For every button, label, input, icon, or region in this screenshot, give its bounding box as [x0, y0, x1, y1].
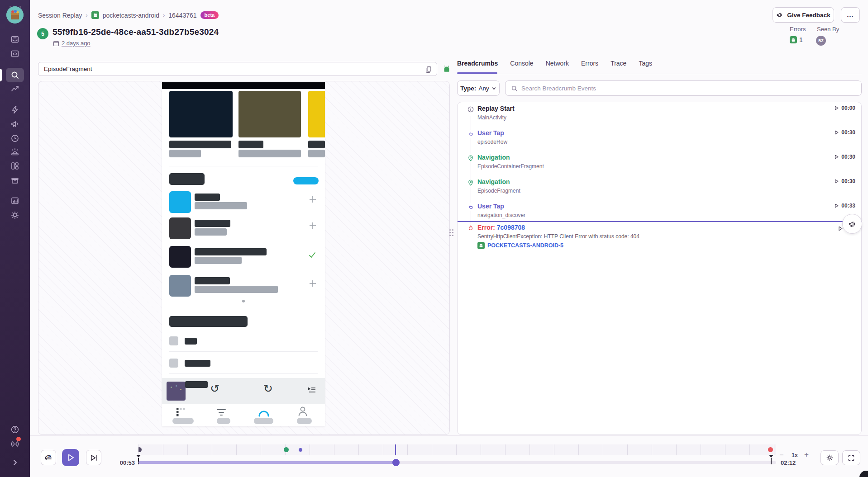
event-jump-button[interactable]: 00:00 [834, 105, 855, 111]
skeleton-bar [185, 360, 210, 367]
event-subtitle: MainActivity [477, 114, 506, 121]
sidebar-item-stats[interactable] [10, 196, 19, 205]
replay-viewport: ↺ ↻ [38, 81, 450, 435]
timeline-zoom-out-button[interactable]: − [779, 451, 784, 460]
breadcrumb-events-list: Replay Start MainActivity 00:00 User Tap… [457, 102, 862, 435]
event-time: 00:33 [841, 203, 855, 209]
event-jump-button[interactable]: 00:30 [834, 154, 855, 160]
chevron-down-icon [491, 86, 496, 91]
skeleton-card [169, 91, 233, 137]
breadcrumb-session-replay[interactable]: Session Replay [38, 12, 82, 19]
filters-tab-icon [216, 409, 226, 417]
type-filter-value: Any [478, 85, 489, 92]
phone-status-bar [162, 82, 325, 89]
sidebar-item-insights[interactable] [10, 105, 19, 114]
mini-player: ↺ ↻ [162, 378, 325, 404]
event-row-navigation[interactable]: Navigation EpisodeFragment 00:30 [458, 177, 862, 201]
fullscreen-button[interactable] [842, 450, 860, 465]
error-description: SentryHttpClientException: HTTP Client E… [477, 233, 639, 240]
event-jump-button[interactable]: 00:33 [834, 203, 855, 209]
help-icon[interactable] [10, 425, 19, 434]
playback-speed-label: 1x [792, 452, 798, 458]
errors-count[interactable]: 1 [790, 36, 803, 43]
event-row-user-tap[interactable]: User Tap episodeRow 00:30 [458, 128, 862, 152]
album-art [167, 382, 186, 401]
org-avatar[interactable] [6, 6, 24, 24]
event-subtitle: episodeRow [477, 139, 507, 145]
sidebar-item-settings[interactable] [10, 211, 19, 220]
skip-to-end-button[interactable] [86, 450, 101, 465]
location-pin-icon [467, 179, 475, 187]
skeleton-bar [185, 338, 197, 345]
sidebar-item-releases[interactable] [10, 175, 19, 184]
type-filter-label: Type: [460, 85, 476, 92]
event-row-error[interactable]: Error: 7c098708 SentryHttpClientExceptio… [458, 222, 862, 264]
divider [169, 351, 318, 352]
profile-tab-icon [298, 406, 308, 417]
skeleton-card [238, 91, 301, 137]
seek-handle[interactable] [392, 459, 400, 466]
replay-timestamp: 2 days ago [53, 40, 91, 47]
timeline-zoom-in-button[interactable]: + [804, 450, 809, 459]
skeleton-thumb [169, 191, 191, 213]
event-subtitle: navigation_discover [477, 212, 525, 218]
sidebar-expand-chevron[interactable] [10, 458, 19, 467]
seek-end-marker-tick [771, 458, 772, 464]
sidebar-item-projects[interactable] [10, 49, 19, 58]
replay-search-input[interactable] [38, 62, 437, 76]
player-settings-button[interactable] [820, 450, 839, 465]
seen-by-label: Seen By [817, 26, 839, 33]
sidebar-item-issues[interactable] [10, 35, 19, 44]
timestamp-text: 2 days ago [62, 40, 91, 47]
timeline-ruler[interactable] [138, 444, 776, 455]
issue-link[interactable]: POCKETCASTS-ANDROID-5 [477, 242, 563, 249]
feedback-fab-button[interactable] [842, 214, 862, 234]
event-title: Error: [477, 224, 495, 231]
skeleton-bar [195, 220, 230, 227]
skeleton-bar [195, 257, 242, 264]
app-root: Session Replay › pocketcasts-android › 1… [0, 0, 868, 477]
skeleton-bar [308, 150, 325, 157]
sidebar-item-replays[interactable] [10, 134, 19, 143]
check-icon [308, 250, 317, 260]
event-row-replay-start[interactable]: Replay Start MainActivity 00:00 [458, 104, 862, 128]
tab-tags[interactable]: Tags [639, 60, 652, 73]
give-feedback-button[interactable]: Give Feedback [773, 7, 834, 23]
tab-console[interactable]: Console [510, 60, 533, 73]
seek-bar[interactable] [138, 461, 776, 464]
breadcrumb-project[interactable]: pocketcasts-android [103, 12, 159, 19]
event-row-navigation[interactable]: Navigation EpisodeContainerFragment 00:3… [458, 152, 862, 177]
tab-errors[interactable]: Errors [581, 60, 598, 73]
copy-icon[interactable] [424, 66, 433, 74]
skeleton-bar [195, 277, 230, 284]
skeleton-bar [195, 248, 267, 255]
skeleton-bar [185, 381, 208, 388]
event-subtitle: EpisodeFragment [477, 188, 520, 194]
play-button[interactable] [62, 449, 79, 466]
error-id-link[interactable]: 7c098708 [497, 224, 525, 231]
rewind-10s-button[interactable]: 10 [41, 450, 56, 465]
sidebar-item-dashboards[interactable] [10, 161, 19, 170]
sidebar-item-explore[interactable] [10, 71, 19, 80]
skeleton-button [293, 177, 319, 184]
tab-breadcrumbs[interactable]: Breadcrumbs [457, 60, 498, 73]
seen-by-avatar: RZ [816, 36, 826, 46]
search-icon [511, 85, 518, 92]
tap-icon [467, 203, 475, 211]
sidebar-item-feedback[interactable] [10, 119, 19, 128]
event-title: User Tap [477, 129, 504, 137]
type-filter-dropdown[interactable]: Type: Any [457, 80, 500, 96]
sidebar-item-trends[interactable] [10, 84, 19, 93]
tab-trace[interactable]: Trace [610, 60, 626, 73]
panel-resize-handle[interactable] [449, 229, 454, 239]
give-feedback-label: Give Feedback [787, 12, 830, 19]
megaphone-icon [776, 11, 783, 19]
skeleton-bar [238, 150, 301, 157]
issue-id: POCKETCASTS-ANDROID-5 [487, 242, 563, 249]
sidebar-item-alerts[interactable] [10, 147, 19, 156]
event-jump-button[interactable]: 00:30 [834, 129, 855, 136]
event-jump-button[interactable]: 00:30 [834, 178, 855, 184]
tab-network[interactable]: Network [546, 60, 569, 73]
breadcrumb-search-input[interactable] [521, 85, 856, 92]
more-options-button[interactable]: … [841, 7, 860, 23]
